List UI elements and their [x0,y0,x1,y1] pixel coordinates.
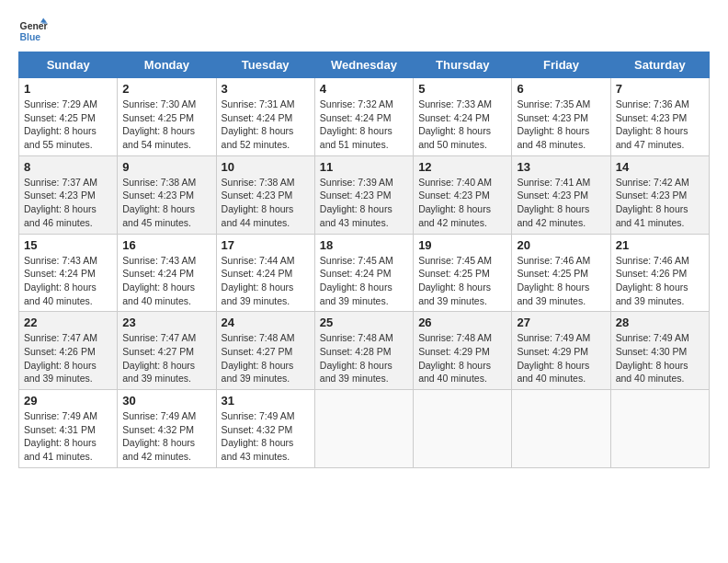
calendar-cell: 17Sunrise: 7:44 AMSunset: 4:24 PMDayligh… [216,234,314,312]
day-info: Sunrise: 7:30 AMSunset: 4:25 PMDaylight:… [122,98,210,152]
calendar-cell: 7Sunrise: 7:36 AMSunset: 4:23 PMDaylight… [610,78,709,156]
calendar-body: 1Sunrise: 7:29 AMSunset: 4:25 PMDaylight… [19,78,710,468]
weekday-header-saturday: Saturday [610,52,709,78]
calendar-cell: 31Sunrise: 7:49 AMSunset: 4:32 PMDayligh… [216,390,314,468]
day-number: 19 [418,238,506,252]
calendar-cell [414,390,512,468]
day-number: 14 [616,160,704,174]
page: General Blue SundayMondayTuesdayWednesda… [0,0,728,563]
day-info: Sunrise: 7:42 AMSunset: 4:23 PMDaylight:… [616,176,704,230]
calendar-week-row: 15Sunrise: 7:43 AMSunset: 4:24 PMDayligh… [19,234,710,312]
calendar-cell: 27Sunrise: 7:49 AMSunset: 4:29 PMDayligh… [512,312,610,390]
day-info: Sunrise: 7:47 AMSunset: 4:26 PMDaylight:… [24,331,112,385]
day-number: 23 [122,316,210,329]
day-info: Sunrise: 7:31 AMSunset: 4:24 PMDaylight:… [222,98,310,152]
day-info: Sunrise: 7:49 AMSunset: 4:29 PMDaylight:… [517,331,605,385]
calendar-cell: 14Sunrise: 7:42 AMSunset: 4:23 PMDayligh… [610,155,709,234]
day-info: Sunrise: 7:38 AMSunset: 4:23 PMDaylight:… [222,176,310,230]
calendar-cell: 26Sunrise: 7:48 AMSunset: 4:29 PMDayligh… [414,312,512,390]
day-number: 17 [222,238,310,252]
day-info: Sunrise: 7:49 AMSunset: 4:31 PMDaylight:… [24,409,112,464]
day-info: Sunrise: 7:49 AMSunset: 4:30 PMDaylight:… [616,331,704,385]
calendar-cell: 30Sunrise: 7:49 AMSunset: 4:32 PMDayligh… [118,390,216,468]
day-info: Sunrise: 7:49 AMSunset: 4:32 PMDaylight:… [122,409,210,464]
logo: General Blue [18,17,48,46]
day-info: Sunrise: 7:32 AMSunset: 4:24 PMDaylight:… [320,98,408,152]
day-number: 3 [222,82,310,96]
day-number: 28 [616,316,704,329]
day-number: 4 [320,82,408,96]
calendar-cell: 5Sunrise: 7:33 AMSunset: 4:24 PMDaylight… [414,78,512,156]
day-number: 15 [24,238,112,252]
day-number: 6 [517,82,605,96]
day-number: 10 [222,160,310,174]
calendar-cell: 12Sunrise: 7:40 AMSunset: 4:23 PMDayligh… [414,155,512,234]
weekday-header-row: SundayMondayTuesdayWednesdayThursdayFrid… [19,52,710,78]
day-info: Sunrise: 7:40 AMSunset: 4:23 PMDaylight:… [418,176,506,230]
calendar-week-row: 29Sunrise: 7:49 AMSunset: 4:31 PMDayligh… [19,390,710,468]
day-number: 31 [222,394,310,408]
weekday-header-tuesday: Tuesday [216,52,314,78]
day-info: Sunrise: 7:49 AMSunset: 4:32 PMDaylight:… [222,409,310,464]
calendar-week-row: 1Sunrise: 7:29 AMSunset: 4:25 PMDaylight… [19,78,710,156]
day-number: 12 [418,160,506,174]
calendar-cell: 4Sunrise: 7:32 AMSunset: 4:24 PMDaylight… [314,78,413,156]
calendar-cell [314,390,413,468]
day-info: Sunrise: 7:45 AMSunset: 4:25 PMDaylight:… [418,254,506,308]
day-info: Sunrise: 7:48 AMSunset: 4:27 PMDaylight:… [222,331,310,385]
day-number: 26 [418,316,506,329]
day-info: Sunrise: 7:29 AMSunset: 4:25 PMDaylight:… [24,98,112,152]
calendar-cell: 19Sunrise: 7:45 AMSunset: 4:25 PMDayligh… [414,234,512,312]
day-info: Sunrise: 7:46 AMSunset: 4:26 PMDaylight:… [616,254,704,308]
calendar-cell: 21Sunrise: 7:46 AMSunset: 4:26 PMDayligh… [610,234,709,312]
day-number: 8 [24,160,112,174]
calendar-cell: 16Sunrise: 7:43 AMSunset: 4:24 PMDayligh… [118,234,216,312]
day-info: Sunrise: 7:43 AMSunset: 4:24 PMDaylight:… [24,254,112,308]
weekday-header-wednesday: Wednesday [314,52,413,78]
calendar-cell: 23Sunrise: 7:47 AMSunset: 4:27 PMDayligh… [118,312,216,390]
logo-icon: General Blue [18,17,48,46]
calendar-cell: 3Sunrise: 7:31 AMSunset: 4:24 PMDaylight… [216,78,314,156]
day-number: 13 [517,160,605,174]
calendar-cell: 6Sunrise: 7:35 AMSunset: 4:23 PMDaylight… [512,78,610,156]
calendar-week-row: 8Sunrise: 7:37 AMSunset: 4:23 PMDaylight… [19,155,710,234]
calendar-cell: 8Sunrise: 7:37 AMSunset: 4:23 PMDaylight… [19,155,118,234]
day-number: 25 [320,316,408,329]
weekday-header-monday: Monday [118,52,216,78]
day-info: Sunrise: 7:33 AMSunset: 4:24 PMDaylight:… [418,98,506,152]
calendar-cell: 28Sunrise: 7:49 AMSunset: 4:30 PMDayligh… [610,312,709,390]
calendar-cell: 22Sunrise: 7:47 AMSunset: 4:26 PMDayligh… [19,312,118,390]
day-number: 22 [24,316,112,329]
weekday-header-thursday: Thursday [414,52,512,78]
day-number: 18 [320,238,408,252]
day-number: 1 [24,82,112,96]
day-number: 7 [616,82,704,96]
day-info: Sunrise: 7:48 AMSunset: 4:28 PMDaylight:… [320,331,408,385]
calendar-cell: 18Sunrise: 7:45 AMSunset: 4:24 PMDayligh… [314,234,413,312]
day-number: 20 [517,238,605,252]
day-info: Sunrise: 7:46 AMSunset: 4:25 PMDaylight:… [517,254,605,308]
calendar-cell [610,390,709,468]
day-number: 2 [122,82,210,96]
calendar-cell: 25Sunrise: 7:48 AMSunset: 4:28 PMDayligh… [314,312,413,390]
header: General Blue [18,17,710,46]
day-info: Sunrise: 7:38 AMSunset: 4:23 PMDaylight:… [122,176,210,230]
day-info: Sunrise: 7:41 AMSunset: 4:23 PMDaylight:… [517,176,605,230]
day-info: Sunrise: 7:48 AMSunset: 4:29 PMDaylight:… [418,331,506,385]
calendar-cell: 11Sunrise: 7:39 AMSunset: 4:23 PMDayligh… [314,155,413,234]
day-info: Sunrise: 7:37 AMSunset: 4:23 PMDaylight:… [24,176,112,230]
calendar-cell: 20Sunrise: 7:46 AMSunset: 4:25 PMDayligh… [512,234,610,312]
day-number: 27 [517,316,605,329]
day-number: 11 [320,160,408,174]
weekday-header-friday: Friday [512,52,610,78]
day-info: Sunrise: 7:43 AMSunset: 4:24 PMDaylight:… [122,254,210,308]
calendar-cell [512,390,610,468]
calendar-cell: 10Sunrise: 7:38 AMSunset: 4:23 PMDayligh… [216,155,314,234]
day-number: 9 [122,160,210,174]
calendar-cell: 15Sunrise: 7:43 AMSunset: 4:24 PMDayligh… [19,234,118,312]
day-number: 29 [24,394,112,408]
day-number: 30 [122,394,210,408]
calendar-cell: 13Sunrise: 7:41 AMSunset: 4:23 PMDayligh… [512,155,610,234]
calendar-cell: 29Sunrise: 7:49 AMSunset: 4:31 PMDayligh… [19,390,118,468]
day-info: Sunrise: 7:35 AMSunset: 4:23 PMDaylight:… [517,98,605,152]
